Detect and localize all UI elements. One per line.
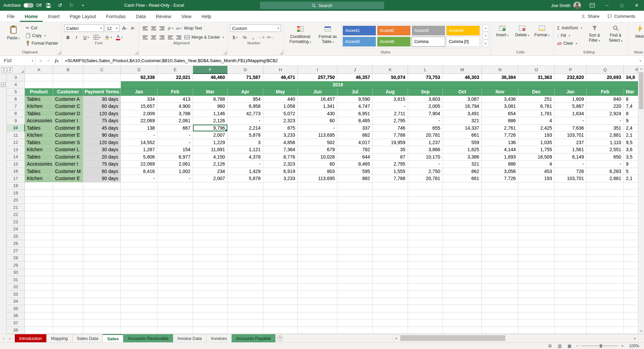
cell-J-14[interactable]: 644 xyxy=(337,154,373,161)
cell-D-26[interactable] xyxy=(121,240,157,248)
cell-M-29[interactable] xyxy=(443,262,482,269)
outline-level-1-button[interactable]: 1 xyxy=(1,67,6,72)
cell-I-7[interactable]: 1,341 xyxy=(298,103,337,110)
row-header-19[interactable]: 19 xyxy=(7,189,25,197)
cell-C-15[interactable]: 75 days xyxy=(83,161,121,168)
cell-C-24[interactable] xyxy=(83,226,121,233)
header-cell-R[interactable]: Mar xyxy=(624,88,638,96)
cell-A-23[interactable] xyxy=(25,218,53,226)
cell-G-15[interactable]: - xyxy=(228,161,263,168)
cell-F-28[interactable] xyxy=(193,255,228,262)
cell-F-34[interactable] xyxy=(193,298,228,305)
cell-I-12[interactable]: 502 xyxy=(298,139,337,146)
cell-R-23[interactable] xyxy=(624,218,638,226)
cell-O-21[interactable] xyxy=(518,204,555,211)
cell-C-22[interactable] xyxy=(83,211,121,219)
font-color-button[interactable] xyxy=(114,34,124,41)
cell-F-15[interactable]: 2,126 xyxy=(193,161,228,168)
cell-B-30[interactable] xyxy=(53,269,83,276)
cell-C-12[interactable]: 120 days xyxy=(83,139,121,146)
cell-K-33[interactable] xyxy=(373,291,408,298)
cell-G-37[interactable] xyxy=(228,319,263,327)
cell-B-22[interactable] xyxy=(53,211,83,219)
cell-B-37[interactable] xyxy=(53,319,83,327)
cell-L-7[interactable]: 2,005 xyxy=(408,103,443,110)
conditional-formatting-button[interactable]: Conditional Formatting xyxy=(286,24,314,47)
cell-N-9[interactable]: 886 xyxy=(482,117,518,125)
ribbon-display-options-button[interactable] xyxy=(585,0,600,11)
cell-E-18[interactable] xyxy=(157,182,193,190)
cell-K-21[interactable] xyxy=(373,204,408,211)
percent-style-button[interactable] xyxy=(241,34,248,41)
find-select-button[interactable]: Find & Select xyxy=(606,24,626,47)
cell-R-15[interactable]: 9 xyxy=(624,161,638,168)
cell-Q-8[interactable]: 2,924 xyxy=(587,110,624,118)
cell-O-37[interactable] xyxy=(518,319,555,327)
row-header-10[interactable]: 10 xyxy=(7,125,25,132)
row-header-36[interactable]: 36 xyxy=(7,312,25,320)
cell-B-10[interactable]: Customer B xyxy=(53,125,83,132)
cell-O-23[interactable] xyxy=(518,218,555,226)
cell-E-23[interactable] xyxy=(157,218,193,226)
row-header-18[interactable]: 18 xyxy=(7,182,25,190)
cell-P-38[interactable] xyxy=(555,327,587,334)
row-header-6[interactable]: 6 xyxy=(7,96,25,103)
cell-G-33[interactable] xyxy=(228,291,263,298)
cell-C-28[interactable] xyxy=(83,255,121,262)
cell-I-14[interactable]: 10,028 xyxy=(298,154,337,161)
cell-J-32[interactable] xyxy=(337,283,373,291)
cell-K-34[interactable] xyxy=(373,298,408,305)
cell-M-18[interactable] xyxy=(443,182,482,190)
cell-J-6[interactable]: 9,590 xyxy=(337,96,373,103)
cell-F-18[interactable] xyxy=(193,182,228,190)
cell-F-36[interactable] xyxy=(193,312,228,320)
cell-D-23[interactable] xyxy=(121,218,157,226)
cell-Q-32[interactable] xyxy=(587,283,624,291)
cell-H-12[interactable]: 4,856 xyxy=(263,139,298,146)
sheet-tab-invoices[interactable]: Invoices xyxy=(206,334,232,342)
cell-O-31[interactable] xyxy=(518,276,555,283)
header-cell-Q[interactable]: Feb xyxy=(587,88,624,96)
cell-D-28[interactable] xyxy=(121,255,157,262)
cell-F-23[interactable] xyxy=(193,218,228,226)
borders-button[interactable] xyxy=(92,34,102,41)
cell-J-18[interactable] xyxy=(337,182,373,190)
ideas-button[interactable]: Ideas xyxy=(631,24,644,47)
cell-P-15[interactable]: - xyxy=(555,161,587,168)
cell-O-38[interactable] xyxy=(518,327,555,334)
cell-L-27[interactable] xyxy=(408,247,443,255)
cell-F-25[interactable] xyxy=(193,233,228,240)
cell-N-16[interactable]: 3,056 xyxy=(482,168,518,175)
cell-F-21[interactable] xyxy=(193,204,228,211)
cell-I-20[interactable] xyxy=(298,197,337,204)
cell-P-12[interactable]: 237 xyxy=(555,139,587,146)
cell-I-23[interactable] xyxy=(298,218,337,226)
cell-Q-17[interactable]: 2,881 xyxy=(587,175,624,182)
cell-F-24[interactable] xyxy=(193,226,228,233)
cell-E-27[interactable] xyxy=(157,247,193,255)
column-header-P[interactable]: P xyxy=(555,66,587,74)
cell-K-10[interactable]: 746 xyxy=(373,125,408,132)
cell-B-38[interactable] xyxy=(53,327,83,334)
insert-cells-button[interactable]: Insert xyxy=(493,24,511,37)
cell-K-23[interactable] xyxy=(373,218,408,226)
cell-B-35[interactable] xyxy=(53,305,83,312)
sheet-nav-right-arrow[interactable] xyxy=(7,334,13,342)
outline-level-2-button[interactable]: 2 xyxy=(7,67,12,72)
cell-O-24[interactable] xyxy=(518,226,555,233)
cell-D-31[interactable] xyxy=(121,276,157,283)
font-name-combo[interactable]: Calibri xyxy=(64,25,104,32)
header-cell-M[interactable]: Oct xyxy=(443,88,482,96)
cell-R-17[interactable]: 2,1 xyxy=(624,175,638,182)
cell-R-14[interactable]: 3,5 xyxy=(624,154,638,161)
cell-A-17[interactable]: Kitchen xyxy=(25,175,53,182)
decrease-decimal-button[interactable] xyxy=(266,34,274,41)
cell-N-30[interactable] xyxy=(482,269,518,276)
header-cell-K[interactable]: Aug xyxy=(373,88,408,96)
cell-I-35[interactable] xyxy=(298,305,337,312)
cell-H-11[interactable]: 3,233 xyxy=(263,132,298,139)
cell-N-10[interactable]: 2,761 xyxy=(482,125,518,132)
cell-Q-24[interactable] xyxy=(587,226,624,233)
formula-bar-expand-button[interactable] xyxy=(637,56,644,66)
cell-O-28[interactable] xyxy=(518,255,555,262)
